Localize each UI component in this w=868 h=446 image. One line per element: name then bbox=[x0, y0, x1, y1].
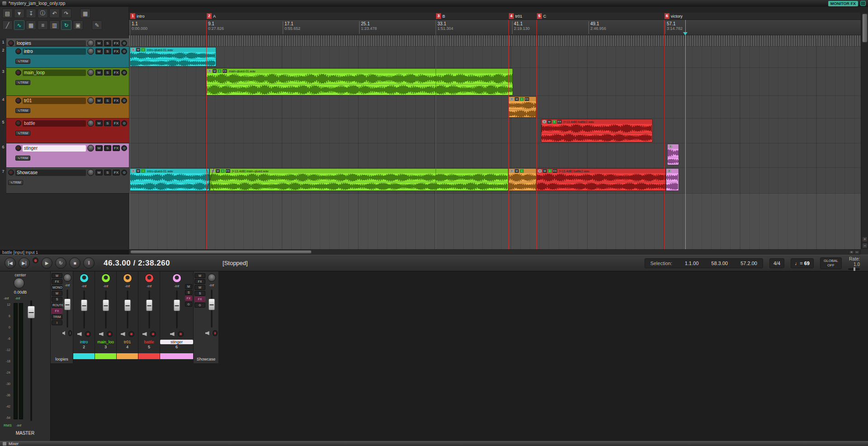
speaker-icon[interactable] bbox=[142, 332, 147, 336]
ruler-tick[interactable]: 49.12:46.956 bbox=[588, 21, 606, 34]
envelope-button[interactable]: ⊙ bbox=[121, 120, 127, 126]
speaker-icon[interactable] bbox=[205, 331, 209, 335]
strip-button-⊙[interactable]: ⊙ bbox=[185, 302, 192, 307]
record-arm-button[interactable] bbox=[15, 48, 21, 54]
strip-button-fx[interactable]: FX bbox=[194, 279, 205, 284]
fx-button[interactable]: FX bbox=[113, 170, 120, 176]
selection-end[interactable]: 58.3.00 bbox=[711, 261, 728, 266]
ruler-tick[interactable]: 41.12:19.130 bbox=[512, 21, 530, 34]
record-arm-button[interactable] bbox=[15, 120, 21, 126]
envelope-button[interactable]: ⊙ bbox=[121, 145, 127, 151]
save-project-icon[interactable]: ↧ bbox=[26, 9, 36, 18]
fader-handle[interactable] bbox=[173, 299, 180, 311]
media-item[interactable]: !MiFX bbox=[508, 96, 536, 118]
record-arm-button[interactable] bbox=[107, 331, 113, 337]
project-settings-icon[interactable]: ⓘ bbox=[38, 9, 48, 18]
record-arm-button[interactable] bbox=[15, 98, 21, 104]
item-badge-i[interactable]: i bbox=[520, 169, 524, 173]
item-badge-m[interactable]: M bbox=[543, 169, 547, 173]
playrate-control[interactable]: Rate: 1.0 bbox=[848, 256, 860, 270]
media-item[interactable]: !Miintro-glued-01.wav bbox=[130, 168, 209, 191]
pan-knob[interactable] bbox=[87, 69, 94, 76]
strip-button-i[interactable]: i bbox=[52, 320, 62, 325]
strip-button-fx[interactable]: FX bbox=[185, 296, 192, 301]
media-item[interactable]: !Mi bbox=[508, 168, 536, 191]
item-badge-i[interactable]: i bbox=[548, 169, 552, 173]
speaker-icon[interactable] bbox=[62, 331, 65, 335]
mixer-master-strip[interactable]: center 0.00dB -inf -inf 1260-6-12-18-24-… bbox=[0, 271, 51, 441]
horizontal-scrollbar[interactable]: + − bbox=[129, 249, 861, 255]
pencil-draw-icon[interactable]: ✎ bbox=[92, 20, 102, 30]
item-badge-warning[interactable]: ! bbox=[542, 120, 546, 123]
envelope-button[interactable]: ⊙ bbox=[121, 40, 127, 46]
marker-intro[interactable]: 1intro bbox=[130, 13, 145, 19]
crossfade[interactable] bbox=[206, 168, 214, 191]
selection-length[interactable]: 57.2.00 bbox=[740, 261, 757, 266]
trim-envelope-button[interactable]: ∿TRIM bbox=[15, 156, 30, 161]
mixer-strip-loopies[interactable]: MFXMONOMSROUTEFXTRIMi-infloopies bbox=[51, 271, 73, 363]
trim-envelope-button[interactable]: ∿TRIM bbox=[8, 180, 23, 185]
volume-readout[interactable]: -inf bbox=[95, 284, 116, 288]
ruler-tick[interactable]: 9.10:27.826 bbox=[206, 21, 224, 34]
track-lane-intro[interactable] bbox=[129, 47, 861, 68]
envelope-button[interactable]: ⊙ bbox=[121, 48, 127, 54]
volume-readout[interactable]: -inf bbox=[73, 284, 95, 288]
media-item[interactable]: !MiFX[+13.4dB] battle2.wav bbox=[536, 168, 666, 191]
strip-button-m[interactable]: M bbox=[52, 291, 62, 296]
strip-button-m[interactable]: M bbox=[194, 273, 205, 278]
redo-icon[interactable]: ↷ bbox=[61, 9, 71, 18]
item-badge-fx[interactable]: FX bbox=[557, 120, 562, 123]
volume-fader[interactable] bbox=[138, 289, 160, 329]
ruler-tick[interactable]: 57.13:14.782 bbox=[665, 21, 683, 34]
pan-knob[interactable] bbox=[87, 120, 94, 127]
item-badge-m[interactable]: M bbox=[136, 169, 140, 173]
ruler-tick[interactable]: 1.10:00.000 bbox=[130, 21, 147, 34]
track-lane-loopies[interactable] bbox=[129, 38, 861, 47]
media-item[interactable]: !MiFX[+13.4dB] main-glued.wav bbox=[209, 168, 508, 191]
solo-button[interactable]: S bbox=[104, 145, 111, 151]
record-arm-button[interactable] bbox=[128, 331, 134, 337]
item-badge-fx[interactable]: FX bbox=[525, 97, 529, 101]
transport-position[interactable]: 46.3.00 / 2:38.260 bbox=[104, 259, 170, 268]
pan-knob[interactable] bbox=[123, 274, 132, 283]
lock-icon[interactable]: ▣ bbox=[73, 20, 83, 30]
track-name[interactable]: Showcase bbox=[15, 170, 86, 176]
strip-button-fx[interactable]: FX bbox=[194, 297, 205, 302]
strip-name[interactable]: intro bbox=[73, 340, 95, 344]
volume-readout[interactable]: -inf bbox=[138, 284, 160, 288]
playrate-slider[interactable] bbox=[848, 268, 860, 270]
strip-button-m[interactable]: M bbox=[52, 273, 62, 278]
record-arm-button[interactable] bbox=[68, 330, 72, 336]
volume-fader[interactable] bbox=[205, 289, 218, 328]
fader-handle[interactable] bbox=[81, 299, 87, 311]
tempo-value[interactable]: 69 bbox=[804, 261, 810, 266]
pan-knob[interactable] bbox=[87, 97, 94, 104]
razor-edit-icon[interactable]: ╱ bbox=[2, 20, 13, 30]
track-panel-loopies[interactable]: 1loopiesMSFX⊙ bbox=[0, 38, 129, 47]
pan-knob[interactable] bbox=[208, 274, 216, 282]
pan-knob[interactable] bbox=[172, 274, 181, 283]
mute-button[interactable]: M bbox=[95, 70, 103, 76]
item-badge-i[interactable]: i bbox=[552, 120, 556, 123]
solo-button[interactable]: S bbox=[104, 70, 111, 76]
record-arm-button[interactable] bbox=[85, 331, 91, 337]
strip-button-fx[interactable]: FX bbox=[52, 308, 62, 313]
go-to-start-button[interactable]: |◀ bbox=[5, 257, 16, 269]
strip-button-fx[interactable]: FX bbox=[52, 279, 62, 284]
speaker-icon[interactable] bbox=[170, 332, 175, 336]
track-name[interactable]: battle bbox=[23, 120, 86, 127]
strip-name[interactable]: battle bbox=[138, 340, 160, 344]
item-badge-i[interactable]: i bbox=[141, 48, 145, 52]
item-badge-i[interactable]: i bbox=[221, 169, 225, 173]
ruler-tick[interactable]: 33.11:51.304 bbox=[436, 21, 453, 34]
speaker-icon[interactable] bbox=[121, 332, 125, 336]
item-badge-warning[interactable]: ! bbox=[667, 169, 671, 173]
go-to-end-button[interactable]: ▶| bbox=[19, 257, 30, 269]
marker-victory[interactable]: 6victory bbox=[664, 13, 683, 19]
media-item[interactable]: !MiFX[+13.4dB] battle2.wav bbox=[541, 119, 653, 142]
track-name[interactable]: main_loop bbox=[23, 70, 86, 76]
mute-button[interactable]: M bbox=[95, 170, 103, 176]
item-grouping-icon[interactable]: ▦ bbox=[26, 20, 36, 30]
repeat-button[interactable]: ↻ bbox=[55, 257, 66, 269]
master-volume-fader[interactable] bbox=[26, 300, 36, 421]
